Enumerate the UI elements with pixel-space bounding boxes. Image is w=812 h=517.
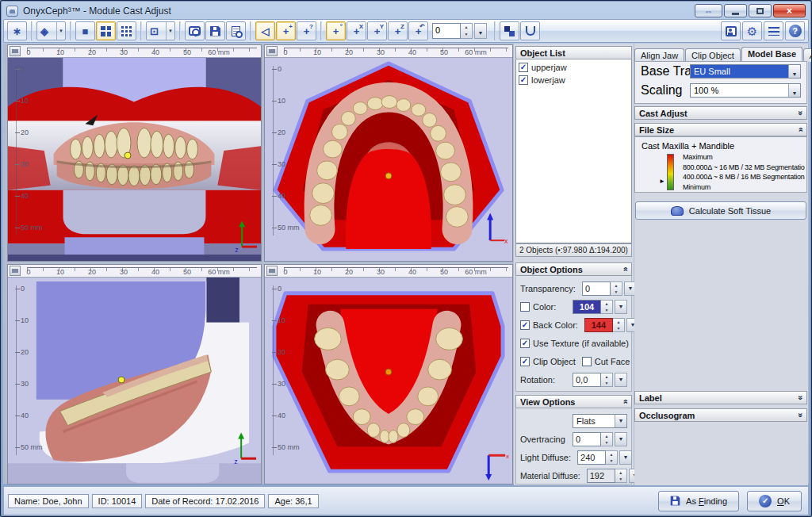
save-view-button[interactable]: [205, 21, 225, 40]
patient-age-field: Age: 36,1: [268, 494, 318, 508]
zoom-frame-button-dropdown[interactable]: ▼: [166, 22, 174, 40]
ruler-label: 60 mm: [208, 48, 230, 56]
ok-button[interactable]: OK: [747, 491, 802, 511]
dropdown-icon: [474, 23, 487, 39]
layout-3x3-button[interactable]: [117, 21, 136, 40]
calculate-soft-tissue-button[interactable]: Calculate Soft Tissue: [635, 201, 806, 220]
front-view-canvas[interactable]: z 01020304050 mm: [8, 58, 261, 261]
object-options-header[interactable]: Object Options: [515, 262, 632, 276]
material-diffuse-spinner[interactable]: 192: [587, 469, 642, 483]
overview-icon: ∗: [13, 26, 21, 36]
file-size-panel: Cast Maxilla + Mandible ► Maximum 800.00…: [634, 136, 807, 193]
light-diffuse-spinner[interactable]: 240: [577, 450, 632, 465]
file-size-header[interactable]: File Size: [634, 123, 807, 136]
upperjaw-checkbox[interactable]: [519, 63, 528, 72]
viewport-menu-icon[interactable]: [266, 46, 278, 56]
rotate-z-button[interactable]: +Z: [388, 21, 408, 40]
rotate-reset-button[interactable]: +↶: [408, 21, 428, 40]
scaling-label: Scaling: [641, 83, 685, 98]
tab-align-jaw[interactable]: Align Jaw: [634, 48, 684, 62]
dropdown-icon: [615, 432, 627, 446]
base-tray-select[interactable]: EU Small: [690, 64, 801, 79]
view-options-header[interactable]: View Options: [515, 395, 632, 408]
clip-object-checkbox[interactable]: [520, 357, 530, 366]
dropdown-icon: [619, 450, 632, 465]
lowerjaw-checkbox[interactable]: [519, 75, 528, 85]
label-header[interactable]: Label: [634, 391, 807, 404]
file-size-gradient-bar[interactable]: [667, 154, 674, 190]
dropdown-icon: [615, 373, 627, 387]
cut-face-checkbox[interactable]: [582, 357, 592, 366]
settings-button[interactable]: ⚙: [742, 21, 762, 40]
overview-button[interactable]: ∗: [7, 21, 27, 40]
viewport-upperjaw-occlusal[interactable]: 0102030405060 mm: [264, 44, 513, 262]
rotate-x-button[interactable]: +X: [347, 21, 366, 40]
report-button[interactable]: [226, 21, 246, 40]
rotate-y-button[interactable]: +Y: [367, 21, 387, 40]
chevron-double-down-icon: [798, 393, 802, 402]
upperjaw-label: upperjaw: [531, 63, 567, 72]
patient-data-button[interactable]: [721, 21, 741, 40]
help-button[interactable]: ?: [785, 21, 805, 40]
swap-window-button[interactable]: ⇔: [695, 4, 722, 17]
view-3d-button-dropdown[interactable]: ▼: [56, 22, 65, 40]
query-point-button[interactable]: +?: [297, 21, 316, 40]
rotation-spinner[interactable]: 0,0: [573, 373, 627, 387]
front-view-render: z: [8, 58, 261, 261]
session-list-button[interactable]: [764, 21, 783, 40]
cast-adjust-header[interactable]: Cast Adjust: [634, 106, 807, 120]
as-finding-button[interactable]: As Finding: [658, 491, 739, 511]
ruler-label: 0: [283, 48, 287, 56]
transparency-spinner[interactable]: 0: [582, 281, 637, 296]
viewport-menu-icon[interactable]: [266, 266, 278, 276]
zoom-frame-icon: ⊡: [150, 26, 159, 36]
tab-partial[interactable]: A: [803, 48, 812, 62]
view-3d-button[interactable]: ◈▼: [36, 21, 66, 40]
render-mode-select[interactable]: Flats: [573, 414, 627, 428]
add-point-button[interactable]: ++: [276, 21, 296, 40]
scale-pointer-icon[interactable]: ►: [659, 178, 665, 185]
color-spinner[interactable]: 104: [573, 300, 627, 314]
clip-prism-button[interactable]: ◁: [255, 21, 275, 40]
use-texture-checkbox[interactable]: [520, 339, 530, 348]
scaling-select[interactable]: 100 %: [690, 83, 801, 98]
patient-id-field: ID: 10014: [92, 494, 143, 508]
patient-data-icon: [726, 26, 737, 36]
lowerjaw-view-canvas[interactable]: x 01020304050 mm: [265, 278, 512, 484]
viewport-lateral[interactable]: 0102030405060 mm z: [7, 264, 262, 484]
lateral-view-canvas[interactable]: z 01020304050 mm: [8, 278, 261, 484]
rotate-any-button[interactable]: +°: [326, 21, 346, 40]
upperjaw-view-canvas[interactable]: x 01020304050 mm: [265, 58, 512, 261]
horizontal-ruler: 0102030405060 mm: [8, 265, 261, 278]
minimize-button[interactable]: [724, 4, 747, 17]
back-color-checkbox[interactable]: [520, 320, 530, 330]
layout-single-button[interactable]: ■: [75, 21, 95, 40]
back-color-spinner[interactable]: 144: [584, 318, 639, 332]
layout-2x2-button[interactable]: [96, 21, 116, 40]
articulator-button[interactable]: [520, 21, 540, 40]
tab-model-base[interactable]: Model Base: [741, 47, 802, 62]
load-view-button[interactable]: [185, 21, 205, 40]
viewport-menu-icon[interactable]: [10, 266, 21, 276]
overtracing-spinner[interactable]: 0: [573, 432, 627, 446]
ruler-label: 10: [313, 48, 321, 56]
occlusogram-header[interactable]: Occlusogram: [634, 408, 807, 422]
file-size-scale[interactable]: ► Maximum 800.000Δ ~ 16 MB / 32 MB Segme…: [667, 152, 806, 192]
ruler-label: 30: [120, 268, 128, 276]
maximize-button[interactable]: [749, 4, 772, 17]
rotation-step-spinner[interactable]: 0: [432, 23, 487, 39]
zoom-frame-button[interactable]: ⊡▼: [146, 21, 175, 40]
toolbar-separator: [494, 21, 496, 40]
object-list[interactable]: upperjaw lowerjaw: [515, 59, 632, 243]
list-item-upperjaw[interactable]: upperjaw: [519, 61, 629, 74]
color-checkbox[interactable]: [520, 302, 530, 312]
title-bar[interactable]: OnyxCeph³™ - Module Cast Adjust ⇔ ×: [3, 2, 809, 19]
list-item-lowerjaw[interactable]: lowerjaw: [519, 74, 629, 86]
tab-clip-object[interactable]: Clip Object: [685, 48, 741, 62]
viewport-menu-icon[interactable]: [10, 46, 21, 56]
viewport-lowerjaw-occlusal[interactable]: 0102030405060 mm: [264, 264, 513, 484]
viewport-front[interactable]: 0102030405060 mm: [7, 44, 262, 262]
svg-text:z: z: [235, 246, 239, 254]
close-button[interactable]: ×: [773, 4, 806, 17]
swap-panes-button[interactable]: [500, 21, 519, 40]
